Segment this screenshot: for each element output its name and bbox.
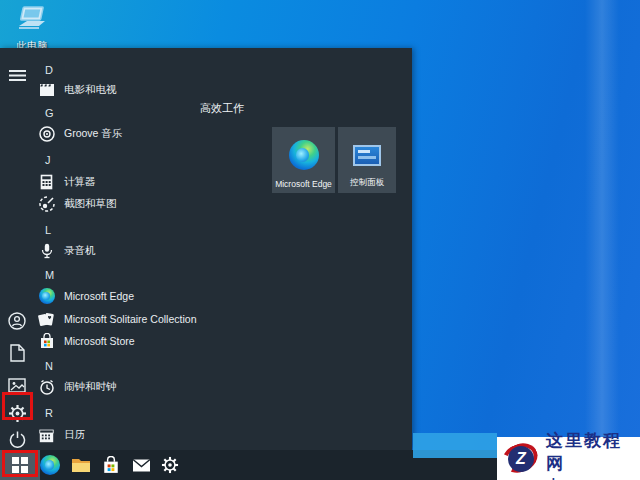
folder-icon <box>71 457 91 473</box>
site-watermark: Z 这里教程网 herecours.com <box>497 437 640 480</box>
section-header-r[interactable]: R <box>36 403 53 423</box>
edge-icon <box>38 288 55 305</box>
taskbar-mail-button[interactable] <box>127 450 155 480</box>
store-icon <box>38 333 55 350</box>
taskbar-edge-button[interactable] <box>36 450 64 480</box>
control-panel-icon <box>353 145 381 166</box>
store-icon <box>103 456 119 474</box>
section-header-m[interactable]: M <box>36 265 54 285</box>
movies-tv-icon <box>38 82 55 99</box>
calendar-icon <box>38 427 55 444</box>
alarm-clock-icon <box>38 379 55 396</box>
app-item-groove-music[interactable]: Groove 音乐 <box>36 124 122 144</box>
desktop-icon-this-pc[interactable]: 此电脑 <box>6 6 58 54</box>
section-header-j[interactable]: J <box>36 150 51 170</box>
hamburger-menu-button[interactable] <box>0 60 34 90</box>
hamburger-icon <box>9 69 26 82</box>
taskbar-store-button[interactable] <box>97 450 125 480</box>
watermark-logo-icon: Z <box>499 439 543 479</box>
this-pc-icon <box>6 6 58 38</box>
pictures-icon <box>8 378 26 393</box>
app-item-microsoft-store[interactable]: Microsoft Store <box>36 331 135 351</box>
power-icon <box>9 431 26 448</box>
section-header-d[interactable]: D <box>36 60 53 80</box>
gear-icon <box>161 456 179 474</box>
section-header-n[interactable]: N <box>36 356 53 376</box>
app-item-snip-sketch[interactable]: 截图和草图 <box>36 194 117 214</box>
watermark-site-url: herecours.com <box>546 476 640 480</box>
app-item-calendar[interactable]: 日历 <box>36 425 85 445</box>
user-account-button[interactable] <box>0 306 34 336</box>
snip-sketch-icon <box>38 196 55 213</box>
app-item-microsoft-edge[interactable]: Microsoft Edge <box>36 286 134 306</box>
app-item-movies-tv[interactable]: 电影和电视 <box>36 80 117 100</box>
highlight-start-box <box>2 450 38 477</box>
edge-icon <box>289 140 319 170</box>
mail-icon <box>132 458 151 473</box>
tile-control-panel[interactable]: 控制面板 <box>338 127 396 193</box>
highlight-settings-box <box>2 392 33 420</box>
solitaire-icon <box>38 311 55 328</box>
watermark-fade <box>413 433 497 458</box>
app-item-voice-recorder[interactable]: 录音机 <box>36 241 96 261</box>
start-menu: D 电影和电视 G Groove 音乐 J <box>0 48 412 450</box>
app-item-calculator[interactable]: 计算器 <box>36 172 96 192</box>
desktop: 此电脑 <box>0 0 640 480</box>
section-header-g[interactable]: G <box>36 103 54 123</box>
document-icon <box>10 344 25 362</box>
taskbar-file-explorer-button[interactable] <box>67 450 95 480</box>
edge-icon <box>40 455 60 475</box>
app-list: D 电影和电视 G Groove 音乐 J <box>36 48 196 450</box>
groove-music-icon <box>38 126 55 143</box>
tile-group-title[interactable]: 高效工作 <box>200 101 244 116</box>
voice-recorder-icon <box>38 243 55 260</box>
taskbar-settings-button[interactable] <box>156 450 184 480</box>
user-icon <box>8 312 26 330</box>
tile-microsoft-edge[interactable]: Microsoft Edge <box>272 127 335 193</box>
watermark-site-name: 这里教程网 <box>546 429 640 475</box>
calculator-icon <box>38 174 55 191</box>
section-header-l[interactable]: L <box>36 220 51 240</box>
app-item-alarms-clock[interactable]: 闹钟和时钟 <box>36 377 117 397</box>
documents-button[interactable] <box>0 338 34 368</box>
app-item-solitaire[interactable]: Microsoft Solitaire Collection <box>36 309 196 329</box>
